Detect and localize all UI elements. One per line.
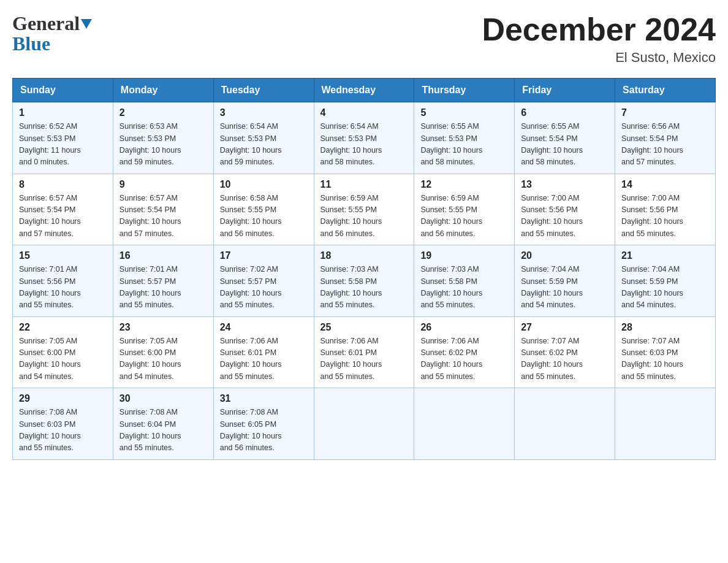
day-number: 1 <box>19 107 107 118</box>
day-info: Sunrise: 7:08 AM Sunset: 6:03 PM Dayligh… <box>19 407 107 454</box>
day-number: 9 <box>119 179 207 190</box>
day-info: Sunrise: 6:55 AM Sunset: 5:54 PM Dayligh… <box>521 121 609 169</box>
day-number: 24 <box>220 322 308 333</box>
weekday-header-thursday: Thursday <box>414 79 515 102</box>
day-number: 10 <box>220 179 308 190</box>
calendar-cell <box>414 388 515 460</box>
day-info: Sunrise: 7:07 AM Sunset: 6:02 PM Dayligh… <box>521 335 609 383</box>
calendar-cell: 27Sunrise: 7:07 AM Sunset: 6:02 PM Dayli… <box>515 316 615 388</box>
calendar-cell: 9Sunrise: 6:57 AM Sunset: 5:54 PM Daylig… <box>113 174 213 245</box>
day-number: 19 <box>420 250 508 261</box>
calendar-cell: 13Sunrise: 7:00 AM Sunset: 5:56 PM Dayli… <box>515 174 615 245</box>
calendar-cell: 23Sunrise: 7:05 AM Sunset: 6:00 PM Dayli… <box>113 316 213 388</box>
calendar-cell: 29Sunrise: 7:08 AM Sunset: 6:03 PM Dayli… <box>13 388 113 460</box>
calendar-cell: 12Sunrise: 6:59 AM Sunset: 5:55 PM Dayli… <box>414 174 515 245</box>
calendar-cell <box>515 388 615 460</box>
day-number: 30 <box>119 393 207 404</box>
calendar-cell: 21Sunrise: 7:04 AM Sunset: 5:59 PM Dayli… <box>615 245 716 317</box>
day-info: Sunrise: 6:57 AM Sunset: 5:54 PM Dayligh… <box>19 193 107 240</box>
logo-general-text: General <box>12 12 80 35</box>
calendar-cell: 30Sunrise: 7:08 AM Sunset: 6:04 PM Dayli… <box>113 388 213 460</box>
calendar-cell: 28Sunrise: 7:07 AM Sunset: 6:03 PM Dayli… <box>615 316 716 388</box>
day-number: 2 <box>119 107 207 118</box>
day-number: 29 <box>19 393 107 404</box>
svg-marker-0 <box>81 19 92 29</box>
day-number: 14 <box>621 179 709 190</box>
day-number: 16 <box>119 250 207 261</box>
calendar-cell: 7Sunrise: 6:56 AM Sunset: 5:54 PM Daylig… <box>615 102 716 174</box>
calendar-cell: 17Sunrise: 7:02 AM Sunset: 5:57 PM Dayli… <box>213 245 314 317</box>
weekday-header-sunday: Sunday <box>13 79 113 102</box>
weekday-header-wednesday: Wednesday <box>314 79 414 102</box>
calendar-cell: 6Sunrise: 6:55 AM Sunset: 5:54 PM Daylig… <box>515 102 615 174</box>
weekday-header-row: SundayMondayTuesdayWednesdayThursdayFrid… <box>13 79 716 102</box>
day-number: 15 <box>19 250 107 261</box>
calendar-cell: 14Sunrise: 7:00 AM Sunset: 5:56 PM Dayli… <box>615 174 716 245</box>
calendar-week-row: 1Sunrise: 6:52 AM Sunset: 5:53 PM Daylig… <box>13 102 716 174</box>
location-label: El Susto, Mexico <box>482 50 716 66</box>
month-title: December 2024 <box>482 12 716 47</box>
calendar-cell: 20Sunrise: 7:04 AM Sunset: 5:59 PM Dayli… <box>515 245 615 317</box>
day-number: 12 <box>420 179 508 190</box>
page-header: General Blue December 2024 El Susto, Mex… <box>12 12 716 66</box>
day-info: Sunrise: 7:01 AM Sunset: 5:57 PM Dayligh… <box>119 264 207 312</box>
day-info: Sunrise: 7:02 AM Sunset: 5:57 PM Dayligh… <box>220 264 308 312</box>
calendar-cell: 26Sunrise: 7:06 AM Sunset: 6:02 PM Dayli… <box>414 316 515 388</box>
weekday-header-saturday: Saturday <box>615 79 716 102</box>
calendar-cell: 11Sunrise: 6:59 AM Sunset: 5:55 PM Dayli… <box>314 174 414 245</box>
calendar-cell: 15Sunrise: 7:01 AM Sunset: 5:56 PM Dayli… <box>13 245 113 317</box>
calendar-week-row: 29Sunrise: 7:08 AM Sunset: 6:03 PM Dayli… <box>13 388 716 460</box>
title-section: December 2024 El Susto, Mexico <box>482 12 716 66</box>
calendar-cell: 5Sunrise: 6:55 AM Sunset: 5:53 PM Daylig… <box>414 102 515 174</box>
day-number: 18 <box>320 250 408 261</box>
weekday-header-monday: Monday <box>113 79 213 102</box>
calendar-cell: 8Sunrise: 6:57 AM Sunset: 5:54 PM Daylig… <box>13 174 113 245</box>
day-info: Sunrise: 6:54 AM Sunset: 5:53 PM Dayligh… <box>220 121 308 169</box>
day-number: 11 <box>320 179 408 190</box>
calendar-cell: 2Sunrise: 6:53 AM Sunset: 5:53 PM Daylig… <box>113 102 213 174</box>
calendar-table: SundayMondayTuesdayWednesdayThursdayFrid… <box>12 78 716 460</box>
day-info: Sunrise: 7:08 AM Sunset: 6:05 PM Dayligh… <box>220 407 308 454</box>
day-number: 7 <box>621 107 709 118</box>
day-number: 13 <box>521 179 609 190</box>
calendar-cell: 10Sunrise: 6:58 AM Sunset: 5:55 PM Dayli… <box>213 174 314 245</box>
day-number: 20 <box>521 250 609 261</box>
day-number: 28 <box>621 322 709 333</box>
day-number: 26 <box>420 322 508 333</box>
day-info: Sunrise: 7:04 AM Sunset: 5:59 PM Dayligh… <box>521 264 609 312</box>
day-number: 22 <box>19 322 107 333</box>
logo-blue-text: Blue <box>12 33 92 55</box>
day-info: Sunrise: 7:08 AM Sunset: 6:04 PM Dayligh… <box>119 407 207 454</box>
day-info: Sunrise: 7:06 AM Sunset: 6:01 PM Dayligh… <box>320 335 408 383</box>
calendar-cell: 16Sunrise: 7:01 AM Sunset: 5:57 PM Dayli… <box>113 245 213 317</box>
logo-triangle-icon <box>81 19 92 30</box>
day-info: Sunrise: 7:05 AM Sunset: 6:00 PM Dayligh… <box>119 335 207 383</box>
calendar-week-row: 15Sunrise: 7:01 AM Sunset: 5:56 PM Dayli… <box>13 245 716 317</box>
calendar-cell: 3Sunrise: 6:54 AM Sunset: 5:53 PM Daylig… <box>213 102 314 174</box>
calendar-cell: 31Sunrise: 7:08 AM Sunset: 6:05 PM Dayli… <box>213 388 314 460</box>
calendar-week-row: 22Sunrise: 7:05 AM Sunset: 6:00 PM Dayli… <box>13 316 716 388</box>
day-info: Sunrise: 7:06 AM Sunset: 6:01 PM Dayligh… <box>220 335 308 383</box>
calendar-cell <box>314 388 414 460</box>
day-info: Sunrise: 6:57 AM Sunset: 5:54 PM Dayligh… <box>119 193 207 240</box>
weekday-header-tuesday: Tuesday <box>213 79 314 102</box>
weekday-header-friday: Friday <box>515 79 615 102</box>
day-info: Sunrise: 7:05 AM Sunset: 6:00 PM Dayligh… <box>19 335 107 383</box>
day-number: 31 <box>220 393 308 404</box>
calendar-week-row: 8Sunrise: 6:57 AM Sunset: 5:54 PM Daylig… <box>13 174 716 245</box>
calendar-cell <box>615 388 716 460</box>
day-number: 17 <box>220 250 308 261</box>
day-number: 5 <box>420 107 508 118</box>
day-info: Sunrise: 6:52 AM Sunset: 5:53 PM Dayligh… <box>19 121 107 169</box>
day-info: Sunrise: 6:59 AM Sunset: 5:55 PM Dayligh… <box>420 193 508 240</box>
calendar-cell: 4Sunrise: 6:54 AM Sunset: 5:53 PM Daylig… <box>314 102 414 174</box>
calendar-cell: 18Sunrise: 7:03 AM Sunset: 5:58 PM Dayli… <box>314 245 414 317</box>
day-info: Sunrise: 6:59 AM Sunset: 5:55 PM Dayligh… <box>320 193 408 240</box>
day-info: Sunrise: 6:58 AM Sunset: 5:55 PM Dayligh… <box>220 193 308 240</box>
day-info: Sunrise: 7:01 AM Sunset: 5:56 PM Dayligh… <box>19 264 107 312</box>
day-info: Sunrise: 7:03 AM Sunset: 5:58 PM Dayligh… <box>320 264 408 312</box>
day-number: 23 <box>119 322 207 333</box>
day-number: 3 <box>220 107 308 118</box>
day-info: Sunrise: 7:06 AM Sunset: 6:02 PM Dayligh… <box>420 335 508 383</box>
day-number: 27 <box>521 322 609 333</box>
